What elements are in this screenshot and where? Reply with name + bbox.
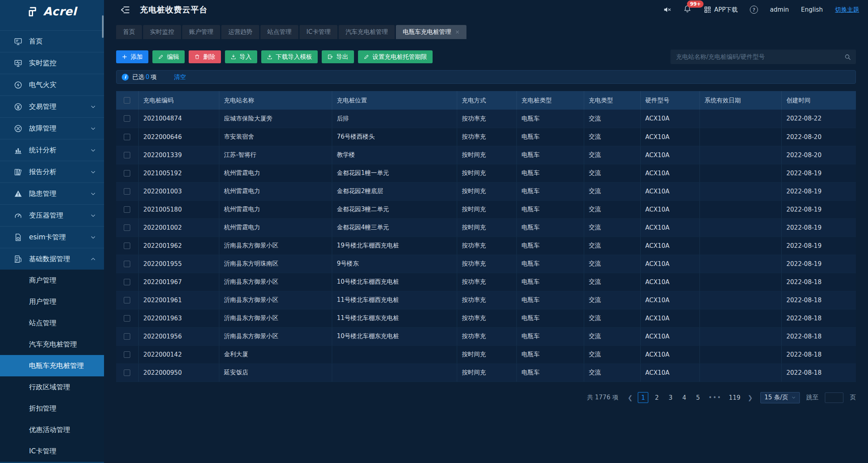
notification-bell[interactable]: 99+ — [683, 5, 691, 15]
row-checkbox[interactable] — [124, 115, 130, 122]
clear-selection-link[interactable]: 清空 — [174, 73, 186, 81]
table-row-3: 2022001339江苏-智将行教学楼按时间充电瓶车交流ACX10A2022-0… — [116, 146, 856, 164]
sidebar-subitem-5[interactable]: 电瓶车充电桩管理 — [0, 355, 104, 376]
page-size-value: 15 条/页 — [764, 394, 788, 401]
table-cell: 2022000646 — [138, 128, 219, 146]
table-cell: 2022-08-18 — [781, 273, 856, 291]
search-input[interactable] — [675, 53, 844, 61]
row-checkbox[interactable] — [124, 279, 130, 285]
table-row-14: 2022000142金利大厦按时间充电瓶车交流ACX10A2022-08-18 — [116, 345, 856, 363]
sidebar-item-label: 首页 — [29, 37, 43, 46]
select-all-checkbox[interactable] — [124, 97, 130, 104]
sidebar-item-3[interactable]: 电气火灾 — [0, 74, 104, 96]
row-checkbox[interactable] — [124, 297, 130, 303]
row-checkbox[interactable] — [124, 315, 130, 322]
language-switch[interactable]: English — [801, 6, 823, 13]
app-download-button[interactable]: APP下载 — [704, 6, 737, 14]
jump-page-input[interactable] — [825, 392, 843, 403]
table-row-10: 2022001967沂南县东方御景小区10号楼北车棚西充电桩按功率充电瓶车交流A… — [116, 273, 856, 291]
row-checkbox[interactable] — [124, 261, 130, 267]
table-cell: ACX10A — [640, 237, 699, 255]
column-header-1: 充电桩编码 — [138, 91, 219, 110]
tab-4[interactable]: 运营趋势 — [221, 25, 259, 39]
edit-button[interactable]: 编辑 — [152, 50, 185, 63]
sidebar-item-4[interactable]: 交易管理 — [0, 96, 104, 117]
sidebar-subitem-2[interactable]: 用户管理 — [0, 291, 104, 312]
sidebar-subitem-3[interactable]: 站点管理 — [0, 312, 104, 334]
sidebar-subitem-4[interactable]: 汽车充电桩管理 — [0, 334, 104, 355]
sidebar-item-2[interactable]: 实时监控 — [0, 52, 104, 74]
row-checkbox[interactable] — [124, 152, 130, 158]
row-checkbox[interactable] — [124, 370, 130, 376]
pagination-next-icon[interactable]: ❯ — [746, 394, 755, 401]
sidebar-subitem-9[interactable]: IC卡管理 — [0, 440, 104, 462]
theme-switch-link[interactable]: 切换主题 — [835, 6, 859, 14]
pagination-page-5[interactable]: 5 — [693, 392, 703, 403]
table-cell: 电瓶车 — [516, 146, 584, 164]
tab-7[interactable]: 汽车充电桩管理 — [339, 25, 395, 39]
close-icon[interactable] — [455, 30, 460, 34]
pagination-page-4[interactable]: 4 — [679, 392, 689, 403]
row-checkbox[interactable] — [124, 224, 130, 231]
pagination-page-2[interactable]: 2 — [652, 392, 662, 403]
import-button[interactable]: 导入 — [225, 50, 257, 63]
row-checkbox[interactable] — [124, 351, 130, 358]
chevron-down-icon — [791, 395, 796, 400]
realtime-monitor-icon — [14, 59, 23, 68]
help-icon[interactable]: ? — [750, 6, 758, 14]
username[interactable]: admin — [770, 6, 789, 13]
tab-5[interactable]: 站点管理 — [260, 25, 298, 39]
delete-button[interactable]: 删除 — [189, 50, 221, 63]
plus-icon — [122, 54, 127, 60]
sidebar-item-7[interactable]: 报告分析 — [0, 161, 104, 183]
tab-2[interactable]: 实时监控 — [143, 25, 181, 39]
row-checkbox[interactable] — [124, 243, 130, 249]
table-cell — [332, 363, 457, 382]
pagination-page-119[interactable]: 119 — [727, 392, 743, 403]
sidebar-item-9[interactable]: 变压器管理 — [0, 204, 104, 226]
tab-6[interactable]: IC卡管理 — [300, 25, 337, 39]
tab-8[interactable]: 电瓶车充电桩管理 — [396, 25, 466, 39]
pagination-prev-icon[interactable]: ❮ — [626, 394, 635, 401]
button-label: 删除 — [203, 53, 215, 61]
table-cell: 沂南县东方御景小区 — [219, 237, 332, 255]
mute-icon[interactable] — [663, 6, 671, 14]
page-size-select[interactable]: 15 条/页 — [760, 392, 800, 403]
sidebar-item-5[interactable]: 故障管理 — [0, 117, 104, 139]
table-cell: 2022001963 — [138, 309, 219, 327]
row-checkbox[interactable] — [124, 188, 130, 195]
row-checkbox[interactable] — [124, 134, 130, 140]
pagination-page-3[interactable]: 3 — [665, 392, 676, 403]
sidebar-item-11[interactable]: 基础数据管理 — [0, 248, 104, 270]
table-cell: 延安饭店 — [219, 363, 332, 382]
pagination-ellipsis[interactable]: ••• — [706, 392, 724, 403]
sidebar-subitem-8[interactable]: 优惠活动管理 — [0, 419, 104, 440]
row-checkbox[interactable] — [124, 170, 130, 176]
row-checkbox[interactable] — [124, 206, 130, 213]
pagination-page-1[interactable]: 1 — [638, 392, 648, 403]
table-cell: 电瓶车 — [516, 309, 584, 327]
table-cell: 19号楼北车棚西充电桩 — [332, 237, 457, 255]
tab-1[interactable]: 首页 — [116, 25, 142, 39]
row-checkbox[interactable] — [124, 333, 130, 340]
download-template-button[interactable]: 下载导入模板 — [261, 50, 318, 63]
sidebar-item-6[interactable]: 统计分析 — [0, 139, 104, 161]
table-cell: 交流 — [584, 237, 640, 255]
sidebar-subitem-7[interactable]: 折扣管理 — [0, 398, 104, 419]
table-cell: 按时间充 — [457, 345, 516, 363]
export-button[interactable]: 导出 — [322, 50, 354, 63]
table-cell: 交流 — [584, 110, 640, 128]
sidebar-item-8[interactable]: 隐患管理 — [0, 183, 104, 204]
sidebar-subitem-6[interactable]: 行政区域管理 — [0, 376, 104, 398]
sidebar-scrollbar[interactable] — [102, 15, 104, 38]
sidebar-item-10[interactable]: esim卡管理 — [0, 226, 104, 248]
sidebar-item-1[interactable]: 首页 — [0, 30, 104, 52]
search-icon[interactable] — [844, 54, 851, 60]
collapse-menu-icon[interactable] — [120, 5, 130, 15]
set-hosting-period-button[interactable]: 设置充电桩托管期限 — [358, 50, 433, 63]
tab-3[interactable]: 账户管理 — [182, 25, 220, 39]
add-button[interactable]: 添加 — [116, 50, 148, 63]
table-cell: 电瓶车 — [516, 363, 584, 382]
page-title: 充电桩收费云平台 — [140, 4, 208, 15]
sidebar-subitem-1[interactable]: 商户管理 — [0, 270, 104, 291]
